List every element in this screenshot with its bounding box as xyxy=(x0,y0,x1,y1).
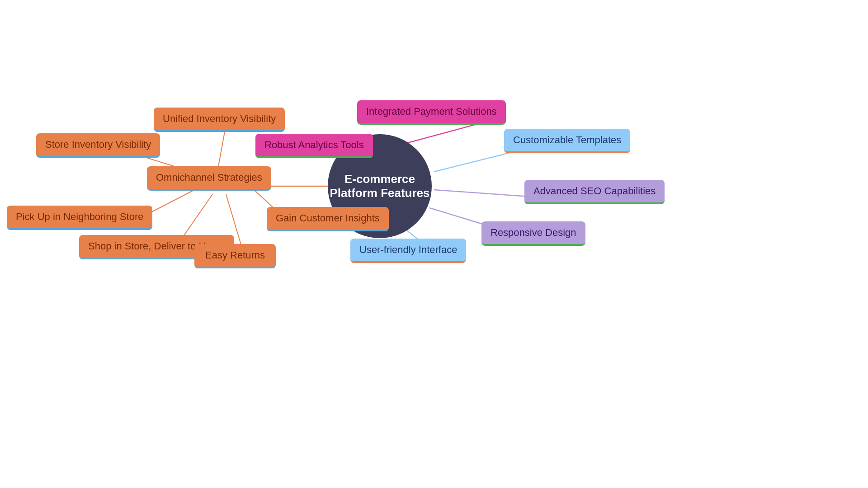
userfriendly-label: User-friendly Interface xyxy=(359,244,457,256)
payment-node[interactable]: Integrated Payment Solutions xyxy=(357,100,506,125)
easyreturns-node[interactable]: Easy Returns xyxy=(194,244,276,268)
store-label: Store Inventory Visibility xyxy=(45,139,151,150)
omnichannel-label: Omnichannel Strategies xyxy=(156,172,262,183)
easyreturns-label: Easy Returns xyxy=(205,249,265,261)
store-inventory-node[interactable]: Store Inventory Visibility xyxy=(36,133,160,158)
center-label: E-commerce Platform Features xyxy=(328,172,432,200)
seo-node[interactable]: Advanced SEO Capabilities xyxy=(524,180,665,204)
responsive-label: Responsive Design xyxy=(491,227,576,239)
analytics-label: Robust Analytics Tools xyxy=(264,139,364,151)
pickup-label: Pick Up in Neighboring Store xyxy=(16,211,143,223)
customizable-label: Customizable Templates xyxy=(513,134,621,146)
unified-inventory-node[interactable]: Unified Inventory Visibility xyxy=(154,108,285,132)
customerinsights-node[interactable]: Gain Customer Insights xyxy=(267,207,389,231)
responsive-node[interactable]: Responsive Design xyxy=(481,221,585,246)
userfriendly-node[interactable]: User-friendly Interface xyxy=(350,239,466,263)
seo-label: Advanced SEO Capabilities xyxy=(533,185,656,197)
customizable-node[interactable]: Customizable Templates xyxy=(504,129,630,153)
analytics-node[interactable]: Robust Analytics Tools xyxy=(255,134,373,158)
unified-label: Unified Inventory Visibility xyxy=(163,113,276,125)
pickup-node[interactable]: Pick Up in Neighboring Store xyxy=(7,206,152,230)
payment-label: Integrated Payment Solutions xyxy=(366,106,497,117)
customerinsights-label: Gain Customer Insights xyxy=(276,212,380,224)
omnichannel-node[interactable]: Omnichannel Strategies xyxy=(147,166,271,191)
